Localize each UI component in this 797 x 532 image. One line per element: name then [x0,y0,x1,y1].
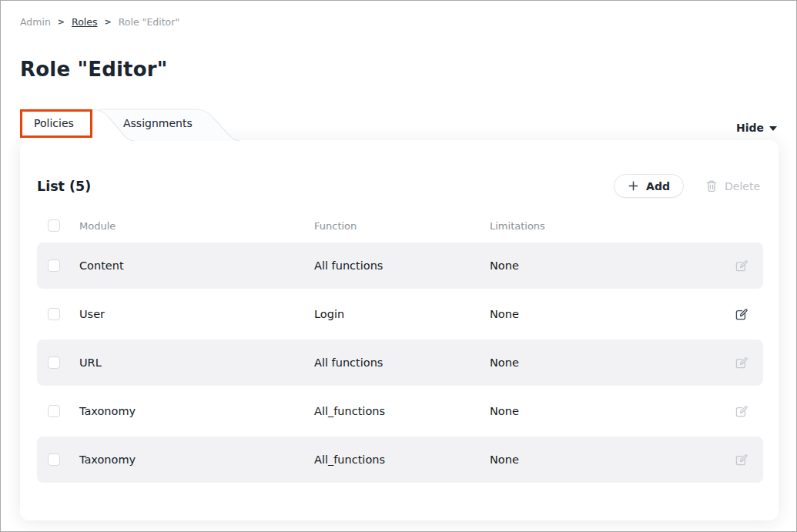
edit-row-button[interactable] [732,257,750,275]
cell-module: Taxonomy [79,453,314,466]
row-checkbox-cell [37,356,79,369]
breadcrumb-separator-icon: > [58,17,65,27]
row-checkbox-cell [37,308,79,320]
caret-down-icon [769,126,777,131]
table-row: Taxonomy All_functions None [37,437,763,483]
plus-icon [628,180,639,192]
page-title: Role "Editor" [20,58,168,81]
add-button-label: Add [646,180,670,192]
table-row: Taxonomy All_functions None [37,388,763,434]
cell-limitations: None [490,308,718,320]
select-all-cell [37,219,79,232]
breadcrumb-separator-icon: > [105,17,112,27]
panel-actions: Add Delete [614,174,760,198]
row-checkbox[interactable] [48,405,60,417]
cell-function: All_functions [314,453,490,466]
table-row: User Login None [37,291,763,337]
table-row: URL All functions None [37,340,763,386]
column-header-module: Module [79,220,314,232]
row-checkbox[interactable] [48,259,60,272]
row-checkbox[interactable] [48,356,60,369]
panel-header: List (5) Add Delete [37,174,760,198]
table-body: Content All functions None User Login No… [37,243,763,483]
cell-module: User [79,308,314,320]
cell-limitations: None [490,405,718,417]
edit-icon [734,307,748,322]
edit-row-button[interactable] [732,354,750,372]
delete-button-label: Delete [725,180,760,192]
cell-limitations: None [490,453,718,466]
row-action-cell [718,403,763,420]
breadcrumb-item-current: Role "Editor" [119,16,179,28]
row-checkbox-cell [37,453,79,466]
hide-toggle[interactable]: Hide [736,122,777,134]
delete-button[interactable]: Delete [705,179,760,192]
row-checkbox-cell [37,405,79,417]
list-title: List (5) [37,179,91,194]
cell-module: Content [79,259,314,272]
table-header-row: Module Function Limitations [37,219,763,232]
row-checkbox-cell [37,259,79,272]
trash-icon [705,179,718,192]
row-action-cell [718,306,763,323]
cell-module: Taxonomy [79,405,314,417]
breadcrumb: Admin > Roles > Role "Editor" [20,16,179,28]
edit-icon [734,259,748,273]
edit-icon [734,404,748,419]
row-action-cell [718,451,763,469]
tab-policies[interactable]: Policies [20,109,136,141]
column-header-limitations: Limitations [490,220,718,232]
tab-policies-label: Policies [34,117,74,129]
cell-limitations: None [490,259,718,272]
row-checkbox[interactable] [48,308,60,320]
row-action-cell [718,354,763,372]
edit-row-button[interactable] [732,403,750,420]
cell-function: All functions [314,259,490,272]
select-all-checkbox[interactable] [48,219,60,232]
cell-limitations: None [490,356,718,369]
cell-function: All functions [314,356,490,369]
breadcrumb-item-roles[interactable]: Roles [72,16,97,28]
edit-icon [734,453,748,467]
row-action-cell [718,257,763,275]
hide-toggle-label: Hide [736,122,764,134]
edit-row-button[interactable] [732,306,750,323]
column-header-function: Function [314,220,490,232]
app-window: Admin > Roles > Role "Editor" Role "Edit… [0,0,797,532]
tab-bar: Assignments Policies Hide [20,109,777,141]
table-row: Content All functions None [37,243,763,289]
breadcrumb-item-admin: Admin [20,16,51,28]
edit-icon [734,356,748,370]
policies-panel: List (5) Add Delete [20,140,779,520]
row-checkbox[interactable] [48,453,60,466]
cell-function: Login [314,308,490,320]
edit-row-button[interactable] [732,451,750,469]
cell-module: URL [79,356,314,369]
cell-function: All_functions [314,405,490,417]
add-button[interactable]: Add [614,174,684,198]
